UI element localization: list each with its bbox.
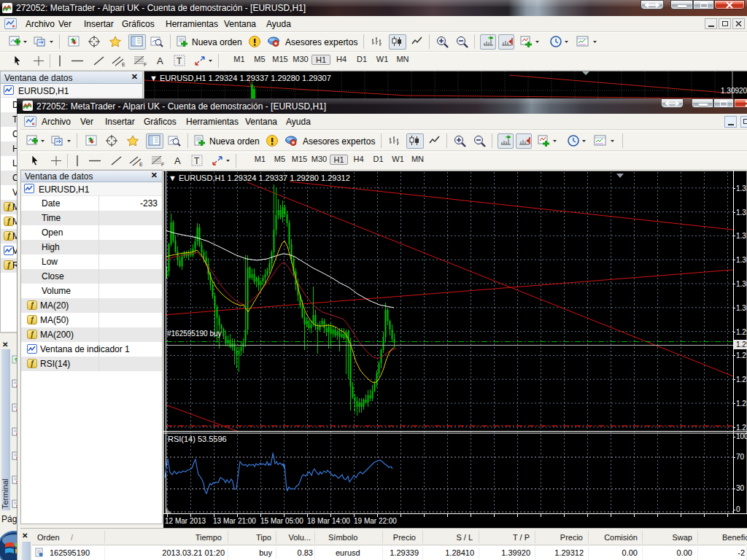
- svg-text:1.2976: 1.2976: [736, 328, 747, 336]
- svg-text:1.3057: 1.3057: [736, 280, 747, 288]
- svg-text:▼ EURUSD,H1 1.29324 1.29337 1: ▼ EURUSD,H1 1.29324 1.29337 1.29280 1.29…: [169, 174, 350, 182]
- svg-text:0: 0: [736, 505, 740, 513]
- svg-text:E: E: [139, 162, 143, 167]
- svg-text:70: 70: [736, 453, 745, 461]
- svg-text:1.3098: 1.3098: [736, 256, 747, 264]
- svg-text:#162595190 buy: #162595190 buy: [167, 330, 222, 338]
- svg-text:T: T: [194, 156, 200, 166]
- svg-text:18 Mar 14:00: 18 Mar 14:00: [307, 517, 350, 525]
- svg-text:F: F: [144, 62, 147, 67]
- svg-text:1.30920: 1.30920: [721, 87, 747, 95]
- svg-text:1.3220: 1.3220: [736, 184, 747, 192]
- svg-text:19 Mar 22:00: 19 Mar 22:00: [354, 517, 397, 525]
- svg-text:A: A: [157, 55, 163, 66]
- svg-text:1.2813: 1.2813: [736, 424, 747, 432]
- svg-text:13 Mar 21:00: 13 Mar 21:00: [213, 517, 256, 525]
- svg-text:1.3017: 1.3017: [736, 304, 747, 312]
- svg-text:15 Mar 05:00: 15 Mar 05:00: [260, 517, 303, 525]
- svg-text:1.2854: 1.2854: [736, 400, 747, 408]
- svg-text:1.2935: 1.2935: [736, 351, 747, 359]
- svg-text:1.3180: 1.3180: [736, 209, 747, 217]
- svg-text:F: F: [161, 162, 164, 167]
- svg-text:100: 100: [736, 432, 747, 440]
- svg-text:E: E: [122, 62, 125, 67]
- svg-text:1.2931: 1.2931: [736, 341, 747, 349]
- svg-text:RSI(14) 53.5596: RSI(14) 53.5596: [168, 435, 227, 443]
- svg-text:A: A: [174, 155, 181, 166]
- svg-text:▼ EURUSD,H1 1.29324 1.29337 1: ▼ EURUSD,H1 1.29324 1.29337 1.29280 1.29…: [150, 74, 331, 82]
- svg-text:30: 30: [736, 484, 745, 492]
- svg-text:1.3139: 1.3139: [736, 232, 747, 240]
- svg-text:T: T: [177, 56, 182, 66]
- svg-text:12 Mar 2013: 12 Mar 2013: [165, 517, 206, 525]
- svg-text:1.2894: 1.2894: [736, 376, 747, 384]
